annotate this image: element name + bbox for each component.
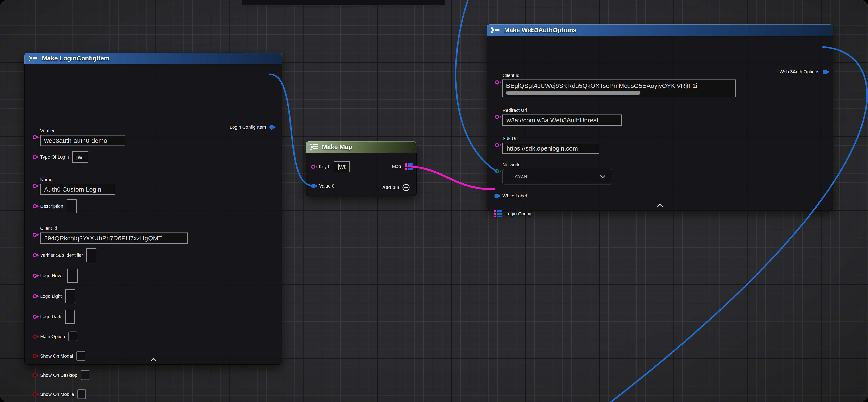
dropdown-value: CYAN <box>515 174 527 179</box>
pin-row-description: Description <box>33 199 77 213</box>
type-of-login-input[interactable]: jwt <box>72 151 88 163</box>
pin-row-map-output: Map <box>392 163 413 171</box>
pin-label: Login Config <box>505 211 531 217</box>
pin-row-logo-dark: Logo Dark <box>33 310 75 323</box>
struct-output-pin-icon[interactable] <box>823 69 828 74</box>
verifier-sub-identifier-input[interactable] <box>86 248 96 262</box>
node-make-login-config-item[interactable]: Make LoginConfigItem Verifier web3auth-a… <box>24 53 282 365</box>
make-struct-icon <box>29 55 38 61</box>
node-title: Make Web3AuthOptions <box>504 27 577 34</box>
string-pin-icon[interactable] <box>33 155 37 159</box>
pin-label: Key 0 <box>319 164 331 169</box>
pin-label: Description <box>40 203 63 209</box>
field-value: w3a://com.w3a.Web3AuthUnreal <box>506 117 598 124</box>
name-input[interactable]: Auth0 Custom Login <box>40 184 115 195</box>
pin-label: Sdk Url <box>502 136 518 141</box>
pin-row-output: Login Config Item <box>230 124 274 130</box>
sdk-url-input[interactable]: https://sdk.openlogin.com <box>502 143 599 154</box>
pin-row-show-on-modal: Show On Modal <box>33 351 85 361</box>
string-pin-icon[interactable] <box>33 204 37 208</box>
pin-row-redirect-url: Redirect Url w3a://com.w3a.Web3AuthUnrea… <box>495 108 622 126</box>
logo-light-input[interactable] <box>65 289 75 303</box>
pin-label: Logo Light <box>40 293 62 299</box>
enum-pin-icon[interactable] <box>495 169 499 173</box>
description-input[interactable] <box>67 199 77 213</box>
blueprint-graph-canvas[interactable]: Make LoginConfigItem Verifier web3auth-a… <box>0 0 868 402</box>
pin-label: Login Config Item <box>230 124 266 130</box>
node-make-map[interactable]: Make Map Key 0 jwt Map Value 0 Add pin <box>306 141 416 196</box>
collapse-node-button[interactable] <box>150 357 157 362</box>
pin-label: Type Of Login <box>40 154 69 160</box>
string-pin-icon[interactable] <box>33 294 37 298</box>
pin-label: Web 3Auth Options <box>780 69 819 75</box>
string-pin-icon[interactable] <box>495 80 499 84</box>
key-0-input[interactable]: jwt <box>334 161 350 172</box>
chevron-up-icon <box>657 204 663 207</box>
pin-row-verifier: Verifier web3auth-auth0-demo <box>33 128 125 146</box>
node-header[interactable]: Make LoginConfigItem <box>24 53 282 64</box>
add-pin-plus-icon <box>402 184 410 191</box>
map-pin-icon[interactable] <box>494 210 502 218</box>
field-value: BEglQSgt4cUWcj6SKRdu5QkOXTsePmMcusG5EAoy… <box>506 82 697 89</box>
client-id-input[interactable]: BEglQSgt4cUWcj6SKRdu5QkOXTsePmMcusG5EAoy… <box>502 80 736 97</box>
offscreen-node-bottom-edge <box>242 0 445 5</box>
field-value: jwt <box>338 163 346 170</box>
network-dropdown[interactable]: CYAN <box>502 169 612 184</box>
pin-row-white-label: White Label <box>495 193 527 199</box>
string-pin-icon[interactable] <box>33 274 37 278</box>
pin-row-sdk-url: Sdk Url https://sdk.openlogin.com <box>495 136 599 154</box>
string-pin-icon[interactable] <box>33 253 37 257</box>
show-on-modal-checkbox[interactable] <box>76 351 85 361</box>
pin-label: Verifier Sub Identifier <box>40 253 83 258</box>
pin-label: Logo Hover <box>40 273 64 278</box>
string-pin-icon[interactable] <box>33 233 37 237</box>
main-option-checkbox[interactable] <box>68 332 77 341</box>
node-title: Make LoginConfigItem <box>42 55 110 62</box>
show-on-desktop-checkbox[interactable] <box>81 370 90 380</box>
bool-pin-icon[interactable] <box>33 334 37 339</box>
pin-row-verifier-sub-identifier: Verifier Sub Identifier <box>33 248 96 262</box>
wire-map-to-login-config <box>408 166 494 189</box>
verifier-input[interactable]: web3auth-auth0-demo <box>40 135 125 146</box>
add-pin-button[interactable]: Add pin <box>382 184 410 191</box>
struct-pin-icon[interactable] <box>311 184 316 189</box>
collapse-node-button[interactable] <box>656 203 664 208</box>
pin-row-client-id: Client Id BEglQSgt4cUWcj6SKRdu5QkOXTsePm… <box>495 73 736 97</box>
pin-label: Client Id <box>502 73 520 78</box>
pin-label: Map <box>392 164 401 169</box>
node-make-web3auth-options[interactable]: Make Web3AuthOptions Client Id BEglQSgt4… <box>487 24 833 210</box>
pin-row-output: Web 3Auth Options <box>780 69 828 75</box>
logo-hover-input[interactable] <box>67 269 78 283</box>
pin-row-main-option: Main Option <box>33 332 77 341</box>
node-header[interactable]: Make Web3AuthOptions <box>487 24 833 36</box>
make-map-icon <box>310 144 318 150</box>
string-pin-icon[interactable] <box>495 143 499 147</box>
pin-row-key-0: Key 0 jwt <box>311 161 350 172</box>
map-pin-icon[interactable] <box>404 163 413 171</box>
pin-label: Main Option <box>40 334 65 339</box>
field-value: web3auth-auth0-demo <box>44 137 107 144</box>
struct-output-pin-icon[interactable] <box>269 125 274 130</box>
string-pin-icon[interactable] <box>33 135 37 139</box>
struct-pin-icon[interactable] <box>495 194 499 198</box>
string-pin-icon[interactable] <box>495 115 499 119</box>
string-pin-icon[interactable] <box>33 315 37 319</box>
string-pin-icon[interactable] <box>33 184 37 188</box>
redirect-url-input[interactable]: w3a://com.w3a.Web3AuthUnreal <box>502 115 622 126</box>
field-value: https://sdk.openlogin.com <box>506 145 578 152</box>
bool-pin-icon[interactable] <box>33 354 37 358</box>
logo-dark-input[interactable] <box>65 310 75 323</box>
make-struct-icon <box>491 27 500 33</box>
pin-label: Show On Modal <box>40 353 73 359</box>
show-on-mobile-checkbox[interactable] <box>77 390 86 399</box>
horizontal-scrollbar[interactable] <box>506 91 641 95</box>
chevron-down-icon <box>600 175 606 178</box>
pin-label: Redirect Url <box>502 108 527 113</box>
chevron-up-icon <box>150 358 156 362</box>
client-id-input[interactable]: 294QRkchfq2YaXUbPri7D6PH7xzHgQMT <box>40 233 188 244</box>
bool-pin-icon[interactable] <box>33 392 37 396</box>
bool-pin-icon[interactable] <box>33 373 37 377</box>
node-header[interactable]: Make Map <box>306 141 416 153</box>
string-pin-icon[interactable] <box>311 165 315 169</box>
pin-label: White Label <box>502 193 527 199</box>
